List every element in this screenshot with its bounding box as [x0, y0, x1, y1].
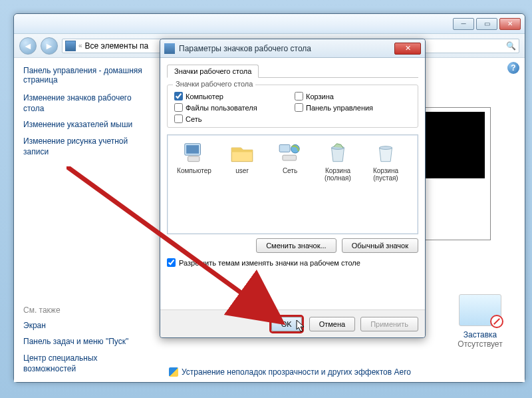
- icon-item-computer[interactable]: Компьютер: [170, 140, 218, 182]
- groupbox-legend: Значки рабочего стола: [173, 80, 255, 88]
- tab-desktop-icons[interactable]: Значки рабочего стола: [167, 65, 259, 78]
- aero-troubleshoot-link[interactable]: Устранение неполадок прозрачности и друг…: [169, 367, 411, 377]
- minimize-button[interactable]: ─: [453, 18, 474, 30]
- dialog-titlebar: Параметры значков рабочего стола ✕: [160, 39, 425, 58]
- icon-label: Сеть: [266, 167, 314, 174]
- allow-themes-checkbox[interactable]: Разрешить темам изменять значки на рабоч…: [167, 258, 418, 267]
- maximize-button[interactable]: ▭: [476, 18, 497, 30]
- default-icon-button[interactable]: Обычный значок: [342, 238, 418, 253]
- folder-icon: [229, 140, 255, 166]
- seealso-heading: См. также: [23, 300, 148, 315]
- recycle-empty-icon: [373, 140, 398, 166]
- checkbox-computer-label: Компьютер: [186, 93, 223, 100]
- desktop-icon-settings-dialog: Параметры значков рабочего стола ✕ Значк…: [160, 39, 426, 338]
- computer-icon: [182, 140, 207, 166]
- allow-themes-input[interactable]: [167, 258, 176, 267]
- checkbox-cpanel[interactable]: Панель управления: [295, 103, 411, 112]
- close-button[interactable]: ✕: [499, 18, 521, 30]
- screensaver-thumb-icon: [459, 294, 501, 326]
- dialog-close-button[interactable]: ✕: [394, 43, 421, 55]
- screensaver-subtitle: Отсутствует: [450, 339, 510, 349]
- recycle-full-icon: [325, 140, 350, 166]
- checkbox-cpanel-input[interactable]: [295, 103, 303, 112]
- checkbox-network-input[interactable]: [174, 114, 183, 123]
- svg-rect-1: [186, 145, 199, 154]
- checkbox-recycle[interactable]: Корзина: [295, 92, 411, 100]
- icon-label: Компьютер: [170, 167, 218, 174]
- no-icon: [490, 315, 503, 328]
- checkbox-userfiles-label: Файлы пользователя: [186, 104, 257, 112]
- sidebar-link-mouse-pointers[interactable]: Изменение указателей мыши: [23, 119, 148, 130]
- breadcrumb-text: Все элементы па: [85, 41, 149, 51]
- ok-button[interactable]: OK: [271, 317, 302, 331]
- checkbox-recycle-input[interactable]: [295, 92, 303, 100]
- dialog-icon: [164, 43, 175, 54]
- checkbox-network-label: Сеть: [186, 115, 201, 123]
- sidebar-link-account-picture[interactable]: Изменение рисунка учетной записи: [23, 136, 148, 157]
- checkbox-recycle-label: Корзина: [306, 93, 334, 100]
- desktop-icons-groupbox: Значки рабочего стола Компьютер Корзина …: [167, 85, 418, 128]
- checkbox-userfiles-input[interactable]: [174, 103, 183, 112]
- dialog-title: Параметры значков рабочего стола: [179, 44, 390, 53]
- screensaver-title: Заставка: [450, 330, 510, 339]
- checkbox-network[interactable]: Сеть: [174, 114, 291, 123]
- checkbox-cpanel-label: Панель управления: [306, 104, 373, 112]
- icon-label: user: [218, 167, 266, 174]
- icon-item-network[interactable]: Сеть: [266, 140, 314, 182]
- icon-item-recycle-empty[interactable]: Корзина (пустая): [362, 140, 410, 182]
- sidebar: Панель управления - домашняя страница Из…: [14, 58, 157, 382]
- icon-item-recycle-full[interactable]: Корзина (полная): [314, 140, 362, 182]
- icon-label: Корзина (полная): [314, 167, 362, 182]
- icon-list[interactable]: Компьютер user Сеть: [167, 134, 418, 234]
- seealso-taskbar[interactable]: Панель задач и меню "Пуск": [23, 336, 148, 347]
- ok-highlight-box: OK: [269, 315, 304, 333]
- sidebar-home-link[interactable]: Панель управления - домашняя страница: [23, 66, 148, 85]
- breadcrumb-icon: [65, 41, 76, 51]
- seealso-accessibility[interactable]: Центр специальных возможностей: [23, 353, 148, 374]
- svg-rect-5: [283, 155, 297, 160]
- search-icon: 🔍: [506, 41, 516, 51]
- aero-link-text: Устранение неполадок прозрачности и друг…: [182, 367, 411, 377]
- icon-item-user[interactable]: user: [218, 140, 266, 182]
- checkbox-computer-input[interactable]: [174, 92, 183, 100]
- seealso-display[interactable]: Экран: [23, 320, 148, 331]
- checkbox-computer[interactable]: Компьютер: [174, 92, 291, 100]
- checkbox-userfiles[interactable]: Файлы пользователя: [174, 103, 291, 112]
- cancel-button[interactable]: Отмена: [309, 317, 355, 331]
- svg-rect-3: [279, 144, 290, 152]
- screensaver-block[interactable]: Заставка Отсутствует: [450, 294, 510, 349]
- change-icon-button[interactable]: Сменить значок...: [256, 238, 336, 253]
- icon-label: Корзина (пустая): [362, 167, 410, 182]
- dialog-footer: OK Отмена Применить: [160, 309, 425, 337]
- tab-row: Значки рабочего стола: [167, 62, 418, 78]
- shield-icon: [169, 367, 178, 377]
- svg-point-7: [380, 146, 392, 150]
- forward-button[interactable]: ►: [41, 37, 58, 55]
- back-button[interactable]: ◄: [19, 37, 37, 55]
- sidebar-link-desktop-icons[interactable]: Изменение значков рабочего стола: [23, 93, 148, 114]
- titlebar: ─ ▭ ✕: [14, 14, 525, 34]
- network-icon: [277, 140, 303, 166]
- search-input[interactable]: [416, 42, 503, 50]
- chevron-left-icon: «: [78, 42, 82, 49]
- help-icon[interactable]: ?: [507, 62, 519, 74]
- search-box[interactable]: 🔍: [413, 39, 519, 53]
- allow-themes-label: Разрешить темам изменять значки на рабоч…: [179, 259, 360, 267]
- svg-rect-2: [188, 156, 200, 162]
- apply-button[interactable]: Применить: [360, 317, 418, 331]
